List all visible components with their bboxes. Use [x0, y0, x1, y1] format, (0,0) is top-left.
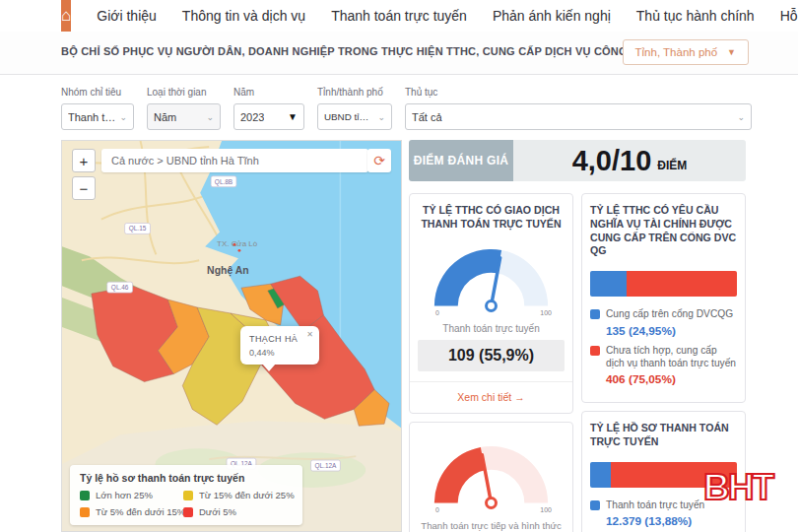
year-select[interactable]: 2023 ▼ [233, 103, 304, 130]
refresh-icon: ⟳ [373, 153, 385, 168]
nav-item-thu-tuc[interactable]: Thủ tục hành chính [636, 8, 755, 24]
bar1-chart [590, 271, 737, 297]
indicator-group-select[interactable]: Thanh toán trực ⌄ [61, 103, 134, 130]
bar-card-dvcqg: TỶ LỆ TTHC CÓ YÊU CẦU NGHĨA VỤ TÀI CHÍNH… [581, 193, 746, 403]
bar2-value-blue: 12.379 (13,88%) [606, 514, 737, 528]
dashboard-page: ⌂ Giới thiệu Thông tin và dịch vụ Thanh … [0, 0, 798, 532]
tooltip-pointer [262, 364, 276, 371]
chevron-down-icon: ▼ [288, 111, 298, 122]
tooltip-value: 0,44% [249, 348, 310, 358]
gauge2-chart: 0100 [418, 434, 565, 516]
province-select[interactable]: UBND tỉnh Hà Tĩnh ⌄ [317, 103, 392, 130]
map-breadcrumb[interactable]: Cả nước > UBND tỉnh Hà Tĩnh [101, 149, 368, 172]
home-button[interactable]: ⌂ [61, 0, 71, 32]
bar-segment [590, 271, 627, 297]
nav-item-phan-anh[interactable]: Phản ánh kiến nghị [493, 8, 611, 24]
svg-text:QL.8B: QL.8B [215, 178, 233, 186]
score-box: ĐIỂM ĐÁNH GIÁ 4,0/10 ĐIỂM [409, 140, 746, 181]
chevron-down-icon: ▼ [727, 47, 736, 57]
nav-item-thanh-toan[interactable]: Thanh toán trực tuyến [331, 8, 467, 24]
gauge1-value: 109 (55,9%) [418, 340, 565, 371]
chevron-down-icon: ⌄ [737, 112, 745, 122]
legend-item-orange: Từ 5% đến dưới 15% [80, 506, 183, 517]
top-nav: ⌂ Giới thiệu Thông tin và dịch vụ Thanh … [0, 0, 798, 32]
red-swatch [183, 507, 193, 517]
score-label: ĐIỂM ĐÁNH GIÁ [409, 140, 513, 181]
svg-text:100: 100 [540, 309, 552, 316]
region-scope-label: Tỉnh, Thành phố [635, 46, 718, 58]
map-label-nghe-an: Nghệ An [207, 265, 248, 277]
indicator-group-value: Thanh toán trực [68, 111, 115, 123]
legend-item-yellow: Từ 15% đến dưới 25% [183, 490, 295, 500]
svg-text:0: 0 [435, 506, 439, 513]
bar2-title: TỶ LỆ HỒ SƠ THANH TOÁN TRỰC TUYẾN [590, 422, 737, 449]
refresh-button[interactable]: ⟳ [367, 149, 391, 172]
chevron-down-icon: ⌄ [119, 112, 127, 122]
nav-item-thong-tin[interactable]: Thông tin và dịch vụ [182, 8, 305, 24]
bht-logo: BHT [703, 467, 772, 508]
procedure-value: Tất cả [412, 111, 442, 123]
time-type-value: Năm [154, 111, 176, 123]
view-detail-link[interactable]: Xem chi tiết → [410, 381, 572, 403]
svg-text:QL.46: QL.46 [111, 284, 129, 292]
svg-text:100: 100 [540, 506, 552, 513]
filter-label-loai-thoi-gian: Loại thời gian [147, 87, 221, 98]
orange-swatch [80, 507, 90, 517]
filter-label-nhom-chi-tieu: Nhóm chỉ tiêu [61, 87, 134, 98]
chevron-down-icon: ⌄ [377, 112, 385, 122]
legend-item-red: Dưới 5% [183, 506, 295, 517]
zoom-out-button[interactable]: − [72, 176, 96, 200]
bar1-value-red: 406 (75,05%) [606, 372, 737, 386]
red-swatch [590, 346, 600, 356]
map-legend: Tỷ lệ hồ sơ thanh toán trực tuyến Lớn hơ… [70, 465, 302, 525]
nav-item-gioi-thieu[interactable]: Giới thiệu [97, 8, 157, 24]
subtitle-bar: BỘ CHỈ SỐ PHỤC VỤ NGƯỜI DÂN, DOANH NGHIỆ… [0, 32, 798, 75]
close-icon[interactable]: ✕ [306, 330, 313, 339]
filter-row: Nhóm chỉ tiêu Thanh toán trực ⌄ Loại thờ… [61, 87, 765, 130]
bar1-legend-blue: Cung cấp trên cổng DVCQG [590, 307, 737, 320]
district-tooltip: ✕ THẠCH HÀ 0,44% [240, 326, 319, 365]
filter-label-nam: Năm [233, 87, 304, 98]
blue-swatch [590, 309, 600, 319]
score-unit: ĐIỂM [657, 159, 687, 172]
map-legend-title: Tỷ lệ hồ sơ thanh toán trực tuyến [80, 472, 293, 484]
map-label-cua-lo: TX. Cửa Lò [217, 239, 258, 248]
green-swatch [80, 491, 90, 500]
year-value: 2023 [240, 111, 264, 123]
bar1-value-blue: 135 (24,95%) [606, 324, 737, 338]
bar-segment [627, 271, 737, 297]
bar-segment [590, 462, 611, 488]
svg-text:QL.12A: QL.12A [314, 462, 337, 470]
svg-text:QL.15: QL.15 [129, 225, 147, 233]
blue-swatch [590, 500, 600, 510]
svg-text:0: 0 [435, 309, 439, 316]
gauge1-chart: 0100 [418, 237, 565, 319]
page-title: BỘ CHỈ SỐ PHỤC VỤ NGƯỜI DÂN, DOANH NGHIỆ… [61, 45, 628, 57]
bar1-title: TỶ LỆ TTHC CÓ YÊU CẦU NGHĨA VỤ TÀI CHÍNH… [590, 204, 737, 258]
choropleth-map[interactable]: QL.15 QL.46 QL.8B QL.12A QL.12A TX. Cửa … [61, 140, 402, 532]
province-value: UBND tỉnh Hà Tĩnh [324, 111, 373, 122]
gauge2-caption: Thanh toán trực tiếp và hình thức khác [418, 520, 565, 532]
yellow-swatch [183, 491, 193, 500]
filter-label-thu-tuc: Thủ tục [405, 87, 752, 98]
filter-label-tinh-thanh-pho: Tỉnh/thành phố [317, 87, 392, 98]
legend-item-green: Lớn hơn 25% [80, 490, 183, 500]
tooltip-district: THẠCH HÀ [249, 334, 310, 344]
nav-item-ho-tro[interactable]: Hỗ trợ [780, 8, 798, 24]
procedure-select[interactable]: Tất cả ⌄ [405, 103, 752, 130]
gauge-card-online-payment: TỶ LỆ TTHC CÓ GIAO DỊCH THANH TOÁN TRỰC … [409, 193, 573, 414]
home-icon: ⌂ [61, 6, 71, 26]
zoom-in-button[interactable]: + [72, 149, 96, 172]
time-type-select[interactable]: Năm ⌄ [147, 103, 221, 130]
gauge-card-direct-payment: 0100 Thanh toán trực tiếp và hình thức k… [409, 422, 573, 532]
score-value: 4,0/10 [572, 145, 652, 177]
region-scope-button[interactable]: Tỉnh, Thành phố ▼ [623, 39, 749, 65]
bar1-legend-red: Chưa tích hợp, cung cấp dịch vụ thanh to… [590, 344, 737, 370]
stats-panel: ĐIỂM ĐÁNH GIÁ 4,0/10 ĐIỂM TỶ LỆ TTHC CÓ … [409, 140, 746, 532]
chevron-down-icon: ⌄ [206, 112, 214, 122]
gauge1-title: TỶ LỆ TTHC CÓ GIAO DỊCH THANH TOÁN TRỰC … [418, 204, 565, 232]
map-zoom-controls: + − [72, 149, 96, 204]
gauge1-caption: Thanh toán trực tuyến [418, 323, 565, 334]
